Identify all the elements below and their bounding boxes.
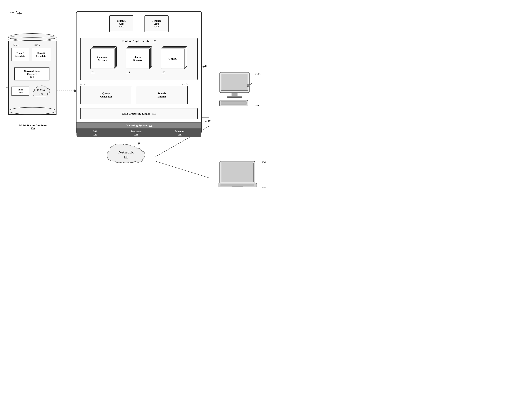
shared-screens-stack: Shared Screens 124 <box>126 46 152 70</box>
cylinder-bottom <box>8 107 57 115</box>
data-cloud: DATA 132 <box>31 84 51 99</box>
data-processing-engine-box: Data Processing Engine 112 <box>80 108 198 119</box>
tenant2-metadata-box: Tenant2 Metadata <box>32 48 50 61</box>
runtime-app-generator-box: Runtime App Generator 120 Common Screens… <box>80 38 198 80</box>
hardware-bar: I/O 107 Processor 105 Memory 106 <box>76 129 201 137</box>
cylinder-top <box>8 33 57 41</box>
ref-102: 102 <box>203 64 207 67</box>
ref-100: 100 ► <box>10 10 18 13</box>
search-engine-box: Search Engine <box>136 86 188 104</box>
tenant1-metadata-box: Tenant1 Metadata <box>12 48 29 61</box>
database-group: 138A↘ 138B↘ Tenant1 Metadata Tenant2 Met… <box>6 33 59 115</box>
io-item: I/O 107 <box>93 130 97 136</box>
shared-screens-box: Shared Screens <box>126 49 150 69</box>
svg-line-20 <box>250 86 252 88</box>
memory-item: Memory 106 <box>175 130 184 136</box>
qg-ref-label: 114↘ <box>80 83 85 85</box>
middle-row: 114↘ Query Generator Search Engine ↙ 116 <box>80 86 198 104</box>
os-bar: Operating System 108 <box>76 122 201 129</box>
ref-138a: 138A↘ <box>13 44 19 46</box>
universal-data-directory-box: Universal Data Directory 136 <box>14 67 50 80</box>
cylinder-body: 138A↘ 138B↘ Tenant1 Metadata Tenant2 Met… <box>8 41 57 115</box>
svg-line-19 <box>250 83 252 85</box>
objects-stack: Objects 126 <box>161 46 188 70</box>
network-cloud-svg: Network 145 <box>104 143 156 167</box>
runtime-ref: 120 <box>153 40 156 43</box>
system-box: Tenant1 App 128A Tenant2 App 128B Runtim… <box>76 11 202 134</box>
svg-text:DATA: DATA <box>37 89 45 92</box>
network-area: Network 145 <box>104 143 156 172</box>
svg-text:145: 145 <box>124 155 128 159</box>
svg-rect-23 <box>221 103 247 105</box>
ref-140a: 140A <box>255 104 260 107</box>
svg-line-8 <box>156 161 209 178</box>
svg-point-18 <box>247 84 250 87</box>
ref-142b: 142B <box>262 160 266 163</box>
common-screens-stack: Common Screens 122 <box>90 46 117 70</box>
tenant-apps: Tenant1 App 128A Tenant2 App 128B <box>76 15 201 32</box>
cylinder-top-line3 <box>8 38 57 41</box>
svg-rect-25 <box>221 163 253 182</box>
ref-104: 104 <box>203 120 207 123</box>
tenant2-app-box: Tenant2 App 128B <box>145 15 169 32</box>
pivot-tables-box: Pivot Tables <box>12 87 29 96</box>
screens-container: Common Screens 122 Shared Screens 124 <box>86 46 192 76</box>
svg-rect-21 <box>220 100 248 106</box>
objects-box: Objects <box>161 49 185 69</box>
svg-text:132: 132 <box>39 92 43 95</box>
common-screens-ref: 122 <box>91 71 95 74</box>
tenant1-app-box: Tenant1 App 128A <box>109 15 133 32</box>
runtime-label: Runtime App Generator <box>122 39 151 43</box>
svg-rect-17 <box>227 96 242 97</box>
ref-134: 134↘ <box>5 87 9 89</box>
cylinder: 138A↘ 138B↘ Tenant1 Metadata Tenant2 Met… <box>8 33 57 115</box>
svg-rect-15 <box>221 74 248 90</box>
shared-screens-ref: 124 <box>127 71 130 74</box>
processor-item: Processor 105 <box>131 130 141 136</box>
svg-rect-16 <box>232 93 237 96</box>
computer-a: 142A 140A <box>216 70 253 109</box>
ref-142a: 142A <box>255 72 260 75</box>
ref-138b: 138B↘ <box>34 44 40 46</box>
se-ref-label: ↙ 116 <box>182 83 188 85</box>
svg-text:Network: Network <box>118 150 134 154</box>
computer-b: 142B 140B <box>216 160 259 190</box>
svg-rect-27 <box>221 184 254 186</box>
db-title: Multi-Tenant Database 130 <box>9 124 57 130</box>
common-screens-box: Common Screens <box>90 49 114 69</box>
ref-140b: 140B <box>262 186 266 189</box>
svg-rect-28 <box>232 186 243 187</box>
query-generator-box: Query Generator <box>80 86 132 104</box>
svg-rect-22 <box>221 101 247 103</box>
objects-ref: 126 <box>162 71 165 74</box>
diagram: 100 ► 138A↘ 138B↘ Tenant1 Metadata <box>0 0 266 201</box>
